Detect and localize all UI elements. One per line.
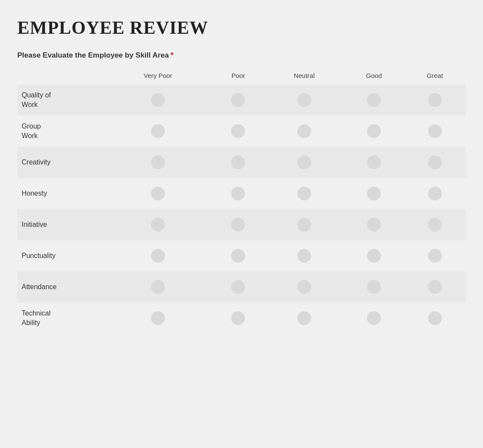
radio-attendance-very-poor[interactable]	[151, 280, 165, 294]
radio-group-work-neutral[interactable]	[297, 124, 311, 138]
radio-cell-initiative-good	[344, 209, 404, 240]
radio-cell-quality-of-work-very-poor	[104, 84, 212, 116]
radio-technical-ability-neutral[interactable]	[297, 311, 311, 325]
radio-cell-punctuality-very-poor	[104, 240, 212, 271]
radio-attendance-great[interactable]	[428, 280, 442, 294]
good-header: Good	[344, 68, 404, 84]
radio-punctuality-very-poor[interactable]	[151, 249, 165, 263]
radio-group-work-great[interactable]	[428, 124, 442, 138]
required-asterisk: *	[171, 51, 174, 59]
radio-cell-creativity-very-poor	[104, 147, 212, 178]
radio-cell-quality-of-work-good	[344, 84, 404, 116]
radio-cell-punctuality-good	[344, 240, 404, 271]
radio-cell-technical-ability-neutral	[264, 303, 344, 334]
radio-honesty-very-poor[interactable]	[151, 187, 165, 200]
radio-cell-technical-ability-great	[404, 303, 466, 334]
radio-cell-attendance-very-poor	[104, 271, 212, 303]
skill-name-honesty: Honesty	[17, 178, 104, 209]
radio-cell-honesty-great	[404, 178, 466, 209]
radio-initiative-poor[interactable]	[231, 218, 245, 232]
radio-punctuality-great[interactable]	[428, 249, 442, 263]
radio-cell-creativity-neutral	[264, 147, 344, 178]
radio-cell-technical-ability-very-poor	[104, 303, 212, 334]
page-title: EMPLOYEE REVIEW	[17, 17, 466, 38]
radio-cell-attendance-neutral	[264, 271, 344, 303]
radio-cell-creativity-good	[344, 147, 404, 178]
radio-cell-quality-of-work-neutral	[264, 84, 344, 116]
radio-technical-ability-good[interactable]	[367, 311, 381, 325]
radio-cell-initiative-neutral	[264, 209, 344, 240]
skill-name-quality-of-work: Quality ofWork	[17, 84, 104, 116]
radio-punctuality-neutral[interactable]	[297, 249, 311, 263]
skill-name-initiative: Initiative	[17, 209, 104, 240]
radio-quality-of-work-neutral[interactable]	[297, 93, 311, 107]
radio-cell-group-work-neutral	[264, 116, 344, 147]
skill-name-group-work: GroupWork	[17, 116, 104, 147]
section-label-text: Please Evaluate the Employee by Skill Ar…	[17, 51, 169, 59]
radio-quality-of-work-great[interactable]	[428, 93, 442, 107]
rating-table: Very Poor Poor Neutral Good Great Qualit…	[17, 68, 466, 334]
radio-creativity-good[interactable]	[367, 155, 381, 169]
radio-quality-of-work-very-poor[interactable]	[151, 93, 165, 107]
radio-attendance-poor[interactable]	[231, 280, 245, 294]
table-row: TechnicalAbility	[17, 303, 466, 334]
radio-cell-group-work-very-poor	[104, 116, 212, 147]
radio-cell-initiative-great	[404, 209, 466, 240]
radio-group-work-very-poor[interactable]	[151, 124, 165, 138]
radio-creativity-great[interactable]	[428, 155, 442, 169]
radio-initiative-neutral[interactable]	[297, 218, 311, 232]
skill-name-attendance: Attendance	[17, 271, 104, 303]
poor-header: Poor	[212, 68, 264, 84]
radio-cell-technical-ability-poor	[212, 303, 264, 334]
radio-cell-honesty-neutral	[264, 178, 344, 209]
radio-honesty-good[interactable]	[367, 187, 381, 200]
radio-cell-group-work-great	[404, 116, 466, 147]
radio-cell-punctuality-great	[404, 240, 466, 271]
skill-column-header	[17, 68, 104, 84]
radio-cell-initiative-poor	[212, 209, 264, 240]
radio-cell-honesty-very-poor	[104, 178, 212, 209]
radio-technical-ability-great[interactable]	[428, 311, 442, 325]
radio-honesty-great[interactable]	[428, 187, 442, 200]
radio-quality-of-work-good[interactable]	[367, 93, 381, 107]
radio-creativity-poor[interactable]	[231, 155, 245, 169]
radio-group-work-poor[interactable]	[231, 124, 245, 138]
radio-cell-technical-ability-good	[344, 303, 404, 334]
radio-quality-of-work-poor[interactable]	[231, 93, 245, 107]
radio-creativity-very-poor[interactable]	[151, 155, 165, 169]
neutral-header: Neutral	[264, 68, 344, 84]
table-row: Creativity	[17, 147, 466, 178]
table-row: Punctuality	[17, 240, 466, 271]
radio-cell-group-work-poor	[212, 116, 264, 147]
radio-cell-initiative-very-poor	[104, 209, 212, 240]
section-label: Please Evaluate the Employee by Skill Ar…	[17, 51, 466, 60]
radio-punctuality-poor[interactable]	[231, 249, 245, 263]
radio-attendance-good[interactable]	[367, 280, 381, 294]
radio-cell-quality-of-work-great	[404, 84, 466, 116]
radio-punctuality-good[interactable]	[367, 249, 381, 263]
great-header: Great	[404, 68, 466, 84]
table-row: Attendance	[17, 271, 466, 303]
radio-honesty-poor[interactable]	[231, 187, 245, 200]
radio-creativity-neutral[interactable]	[297, 155, 311, 169]
table-header-row: Very Poor Poor Neutral Good Great	[17, 68, 466, 84]
radio-cell-honesty-poor	[212, 178, 264, 209]
radio-cell-creativity-poor	[212, 147, 264, 178]
radio-honesty-neutral[interactable]	[297, 187, 311, 200]
radio-cell-punctuality-neutral	[264, 240, 344, 271]
table-row: Initiative	[17, 209, 466, 240]
radio-technical-ability-poor[interactable]	[231, 311, 245, 325]
radio-initiative-great[interactable]	[428, 218, 442, 232]
very-poor-header: Very Poor	[104, 68, 212, 84]
radio-group-work-good[interactable]	[367, 124, 381, 138]
radio-attendance-neutral[interactable]	[297, 280, 311, 294]
radio-cell-group-work-good	[344, 116, 404, 147]
radio-technical-ability-very-poor[interactable]	[151, 311, 165, 325]
radio-cell-quality-of-work-poor	[212, 84, 264, 116]
radio-initiative-good[interactable]	[367, 218, 381, 232]
radio-cell-creativity-great	[404, 147, 466, 178]
radio-initiative-very-poor[interactable]	[151, 218, 165, 232]
radio-cell-attendance-great	[404, 271, 466, 303]
skill-name-technical-ability: TechnicalAbility	[17, 303, 104, 334]
skill-name-punctuality: Punctuality	[17, 240, 104, 271]
